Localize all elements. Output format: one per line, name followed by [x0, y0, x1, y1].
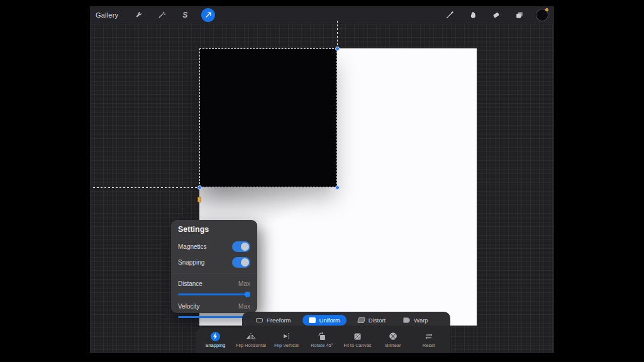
- gallery-button[interactable]: Gallery: [96, 11, 118, 19]
- magnetics-row: Magnetics: [178, 239, 250, 255]
- transform-node-top-right[interactable]: [335, 47, 340, 51]
- adjustments-wand-icon[interactable]: [155, 8, 169, 22]
- top-bar: Gallery S: [90, 6, 554, 23]
- rotate-45-button[interactable]: Rotate 45°: [304, 331, 340, 348]
- rotate-45-icon: [317, 331, 327, 341]
- flip-vertical-icon: [282, 331, 291, 341]
- snap-guide-vertical: [337, 21, 338, 48]
- distance-value: Max: [238, 280, 250, 287]
- uniform-icon: [309, 317, 316, 323]
- tab-distort[interactable]: Distort: [352, 315, 392, 326]
- procreate-app: Gallery S: [90, 6, 554, 353]
- selection-tool-icon[interactable]: S: [178, 8, 192, 22]
- snapping-toggle[interactable]: [232, 257, 250, 268]
- tab-warp[interactable]: Warp: [397, 315, 434, 326]
- flip-horizontal-icon: [245, 331, 257, 341]
- transform-node-bottom-right[interactable]: [335, 185, 340, 190]
- transform-action-bar: Snapping Flip Horizontal: [196, 327, 450, 353]
- selected-layer-content[interactable]: [199, 48, 337, 187]
- reset-button[interactable]: Reset: [411, 331, 447, 348]
- settings-popover: Settings Magnetics Snapping Distance Max: [171, 220, 257, 313]
- color-indicator-dot: [545, 8, 548, 11]
- flip-horizontal-button[interactable]: Flip Horizontal: [233, 331, 269, 348]
- transform-node-bottom-left[interactable]: [197, 185, 202, 190]
- rotation-handle[interactable]: [197, 197, 201, 202]
- velocity-value: Max: [238, 303, 250, 310]
- distance-slider[interactable]: [178, 292, 250, 297]
- velocity-slider[interactable]: [178, 314, 250, 319]
- tab-uniform[interactable]: Uniform: [303, 315, 347, 326]
- tab-freeform[interactable]: Freeform: [250, 315, 297, 326]
- bilinear-icon: [389, 331, 397, 341]
- snapping-bolt-icon: [211, 331, 220, 341]
- settings-title: Settings: [178, 225, 250, 234]
- actions-wrench-icon[interactable]: [131, 8, 145, 22]
- warp-icon: [403, 317, 410, 323]
- color-swatch[interactable]: [536, 9, 548, 21]
- distance-slider-knob[interactable]: [245, 292, 250, 297]
- smudge-icon[interactable]: [466, 8, 480, 22]
- eraser-icon[interactable]: [489, 8, 503, 22]
- snapping-label: Snapping: [178, 259, 204, 266]
- top-bar-left: Gallery S: [96, 8, 215, 22]
- top-bar-right: [443, 8, 548, 22]
- snapping-button[interactable]: Snapping: [197, 331, 233, 348]
- distance-label: Distance: [178, 280, 203, 287]
- transform-tool-icon[interactable]: [201, 8, 215, 22]
- divider: [171, 273, 257, 273]
- layers-icon[interactable]: [513, 8, 526, 22]
- magnetics-toggle[interactable]: [232, 241, 250, 252]
- fit-to-canvas-icon: [353, 331, 362, 341]
- distance-row: Distance Max: [178, 276, 250, 292]
- freeform-icon: [256, 318, 263, 322]
- snapping-row: Snapping: [178, 255, 250, 270]
- flip-vertical-button[interactable]: Flip Vertical: [269, 331, 304, 348]
- brush-icon[interactable]: [443, 8, 457, 22]
- velocity-label: Velocity: [178, 303, 199, 310]
- magnetics-label: Magnetics: [178, 243, 207, 250]
- transform-mode-strip: Freeform Uniform Distort Warp: [242, 312, 450, 328]
- distort-icon: [357, 317, 365, 323]
- velocity-row: Velocity Max: [178, 299, 250, 314]
- reset-icon: [425, 331, 433, 341]
- video-frame: Gallery S: [0, 0, 644, 362]
- bilinear-button[interactable]: Bilinear: [375, 331, 411, 348]
- fit-to-canvas-button[interactable]: Fit to Canvas: [340, 331, 375, 348]
- snap-guide-horizontal: [93, 187, 199, 188]
